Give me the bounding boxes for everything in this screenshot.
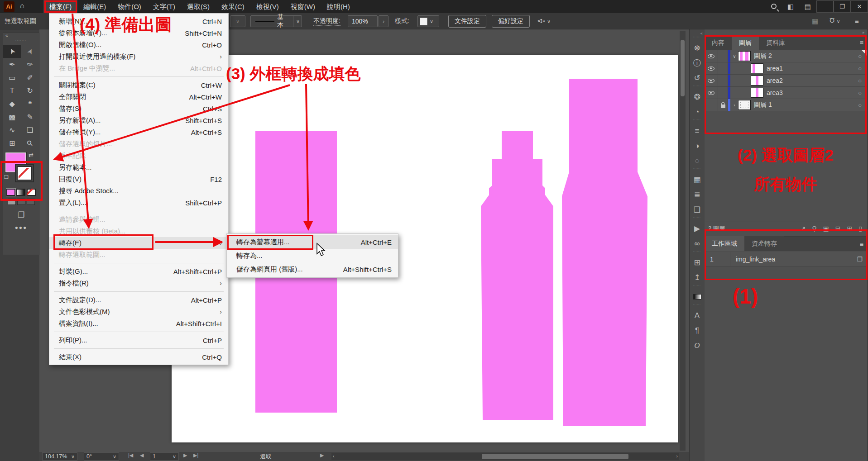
visibility-toggle[interactable] bbox=[705, 62, 718, 74]
visibility-toggle[interactable] bbox=[705, 50, 718, 62]
width-tool[interactable]: ∿ bbox=[3, 124, 21, 137]
lock-toggle[interactable] bbox=[718, 75, 728, 86]
transform-panel-icon[interactable]: ▦ bbox=[690, 172, 705, 187]
menu-item-開啟舊檔(O)...[interactable]: 開啟舊檔(O)...Ctrl+O bbox=[49, 39, 228, 51]
menu-item-指令檔(R)[interactable]: 指令檔(R)› bbox=[49, 277, 228, 289]
actions-panel-icon[interactable]: ▶ bbox=[690, 221, 705, 236]
layer-name[interactable]: area2 bbox=[767, 77, 783, 84]
menu-item-在 Bridge 中瀏覽...[interactable]: 在 Bridge 中瀏覽...Alt+Ctrl+O bbox=[49, 62, 228, 74]
vertical-scrollbar-thumb[interactable] bbox=[681, 40, 685, 96]
rotation-dropdown[interactable]: 0° ∨ bbox=[84, 452, 119, 461]
character-panel-icon[interactable]: A bbox=[690, 308, 705, 323]
stroke-panel-icon[interactable]: ≡ bbox=[690, 124, 705, 138]
lock-toggle[interactable] bbox=[718, 99, 728, 111]
menu-item-另存範本...[interactable]: 另存範本... bbox=[49, 162, 228, 173]
delete-layer-icon[interactable]: ▯ bbox=[858, 225, 862, 232]
default-fill-stroke-icon[interactable]: ❏ bbox=[4, 174, 10, 180]
eyedropper-tool[interactable]: ✎ bbox=[21, 110, 39, 124]
pen-tool[interactable]: ✒ bbox=[3, 58, 21, 71]
arrange-documents-icon[interactable]: ▤ bbox=[805, 3, 811, 11]
restore-button[interactable]: ❐ bbox=[834, 0, 851, 13]
zoom-level-dropdown[interactable]: 104.17% ∨ bbox=[42, 452, 77, 461]
workspace-switcher-icon[interactable]: ◧ bbox=[787, 3, 794, 11]
menu-item-轉存選取範圍...[interactable]: 轉存選取範圍... bbox=[49, 249, 228, 261]
artboard-row-name[interactable]: img_link_area bbox=[730, 252, 857, 266]
stroke-style-dropdown[interactable]: 基本 ∨ bbox=[250, 15, 302, 27]
minimize-button[interactable]: – bbox=[816, 0, 834, 13]
layer-thumbnail[interactable] bbox=[739, 100, 750, 109]
tab-asset-export[interactable]: 資產轉存 bbox=[744, 236, 784, 251]
submenu-item-轉存為...[interactable]: 轉存為... bbox=[227, 249, 398, 262]
menu-item-邀請參與編輯...[interactable]: 邀請參與編輯... bbox=[49, 214, 228, 225]
snap-options-icon[interactable]: Ω ∨ bbox=[830, 17, 840, 24]
toolbar-grip[interactable]: ''''''' bbox=[3, 40, 39, 45]
dock-grip[interactable]: '''''' bbox=[690, 37, 705, 41]
edit-toolbar-icon[interactable]: ●●● bbox=[3, 220, 39, 231]
comment-tool[interactable]: ❝ bbox=[21, 97, 39, 110]
panel-collapse-icon[interactable]: » bbox=[705, 29, 867, 35]
menu-item-結束(X)[interactable]: 結束(X)Ctrl+Q bbox=[49, 351, 228, 363]
artboard-tool[interactable]: ⊞ bbox=[3, 137, 21, 150]
target-circle-icon[interactable]: ○ bbox=[858, 65, 862, 72]
info-icon[interactable]: ⓘ bbox=[690, 56, 705, 71]
none-button[interactable] bbox=[27, 189, 36, 196]
artboard-number-dropdown[interactable]: 1 ∨ bbox=[150, 452, 179, 461]
menu-item-文件設定(D)...[interactable]: 文件設定(D)...Alt+Ctrl+P bbox=[49, 294, 228, 306]
menu-item-文件色彩模式(M)[interactable]: 文件色彩模式(M)› bbox=[49, 306, 228, 318]
menu-item-儲存拷貝(Y)...[interactable]: 儲存拷貝(Y)...Alt+Ctrl+S bbox=[49, 126, 228, 138]
target-circle-icon[interactable]: ○ bbox=[858, 77, 862, 84]
tab-layers[interactable]: 圖層 bbox=[732, 35, 759, 50]
locate-object-icon[interactable]: ⚲ bbox=[812, 225, 816, 232]
layer-thumbnail[interactable] bbox=[751, 64, 763, 73]
asset-export-panel-icon[interactable]: ↥ bbox=[690, 270, 705, 285]
layer-thumbnail[interactable] bbox=[751, 76, 763, 85]
rectangle-tool[interactable]: ▭ bbox=[3, 71, 21, 84]
next-artboard-icon[interactable]: ▶ bbox=[183, 452, 187, 458]
menu-檢視(V)[interactable]: 檢視(V) bbox=[250, 0, 285, 13]
pathfinder-panel-icon[interactable]: ❑ bbox=[690, 202, 705, 217]
curvature-tool[interactable]: ✑ bbox=[21, 58, 39, 71]
layer-row-area3[interactable]: area3○ bbox=[705, 87, 867, 99]
menu-item-置入(L)...[interactable]: 置入(L)...Shift+Ctrl+P bbox=[49, 197, 228, 209]
submenu-item-儲存為網頁用 (舊版)...[interactable]: 儲存為網頁用 (舊版)...Alt+Shift+Ctrl+S bbox=[227, 262, 398, 276]
preferences-button[interactable]: 偏好設定 bbox=[492, 15, 530, 28]
opacity-stepper[interactable]: › bbox=[379, 15, 388, 27]
vertical-scrollbar[interactable] bbox=[680, 31, 686, 451]
select-similar-icon[interactable]: ⊲▫ ∨ bbox=[537, 17, 551, 25]
menu-item-回復(V)[interactable]: 回復(V)F12 bbox=[49, 173, 228, 185]
status-options-icon[interactable]: ▶ bbox=[320, 452, 324, 458]
last-artboard-icon[interactable]: ▶| bbox=[193, 452, 198, 458]
history-icon[interactable]: ↺ bbox=[690, 71, 705, 86]
collect-for-export-icon[interactable]: ↗ bbox=[801, 225, 806, 232]
menu-效果(C)[interactable]: 效果(C) bbox=[216, 0, 250, 13]
menu-item-另存新檔(A)...[interactable]: 另存新檔(A)...Shift+Ctrl+S bbox=[49, 114, 228, 126]
gradient-panel-icon[interactable] bbox=[690, 289, 705, 304]
dock-grip[interactable]: '''''' bbox=[690, 251, 705, 255]
scroll-right-icon[interactable]: › bbox=[676, 453, 678, 459]
home-icon[interactable]: ⌂ bbox=[20, 2, 24, 10]
color-panel-icon[interactable]: ❂ bbox=[690, 90, 705, 105]
opacity-label[interactable]: 不透明度: bbox=[313, 17, 340, 26]
shape-builder-tool[interactable]: ❏ bbox=[21, 124, 39, 137]
panel-menu-icon[interactable]: ≡ bbox=[860, 39, 863, 46]
layer-name[interactable]: area1 bbox=[767, 65, 783, 72]
appearance-panel-icon[interactable]: ◌ bbox=[690, 153, 705, 168]
screen-mode-icon[interactable]: ❐ bbox=[3, 207, 39, 220]
menu-視窗(W)[interactable]: 視窗(W) bbox=[285, 0, 321, 13]
menu-item-全部關閉[interactable]: 全部關閉Alt+Ctrl+W bbox=[49, 91, 228, 103]
menu-編輯(E)[interactable]: 編輯(E) bbox=[77, 0, 112, 13]
type-tool[interactable]: T bbox=[3, 84, 21, 97]
menu-item-轉存(E)[interactable]: 轉存(E)› bbox=[49, 237, 228, 249]
menu-item-搜尋 Adobe Stock...[interactable]: 搜尋 Adobe Stock... bbox=[49, 185, 228, 197]
search-icon[interactable] bbox=[771, 3, 777, 10]
hidden-dropdown[interactable]: ∨ bbox=[230, 15, 245, 27]
document-setup-button[interactable]: 文件設定 bbox=[448, 15, 486, 28]
layer-row-圖層 1[interactable]: ›圖層 1○ bbox=[705, 99, 867, 111]
layer-thumbnail[interactable] bbox=[739, 52, 750, 61]
first-artboard-icon[interactable]: |◀ bbox=[128, 452, 133, 458]
menu-item-封裝(G)...[interactable]: 封裝(G)...Alt+Shift+Ctrl+P bbox=[49, 266, 228, 277]
menu-item-檔案資訊(I)...[interactable]: 檔案資訊(I)...Alt+Shift+Ctrl+I bbox=[49, 318, 228, 329]
prev-artboard-icon[interactable]: ◀ bbox=[140, 452, 144, 458]
menu-item-打開最近使用過的檔案(F)[interactable]: 打開最近使用過的檔案(F)› bbox=[49, 51, 228, 62]
menu-item-新增(N)...[interactable]: 新增(N)...Ctrl+N bbox=[49, 15, 228, 27]
